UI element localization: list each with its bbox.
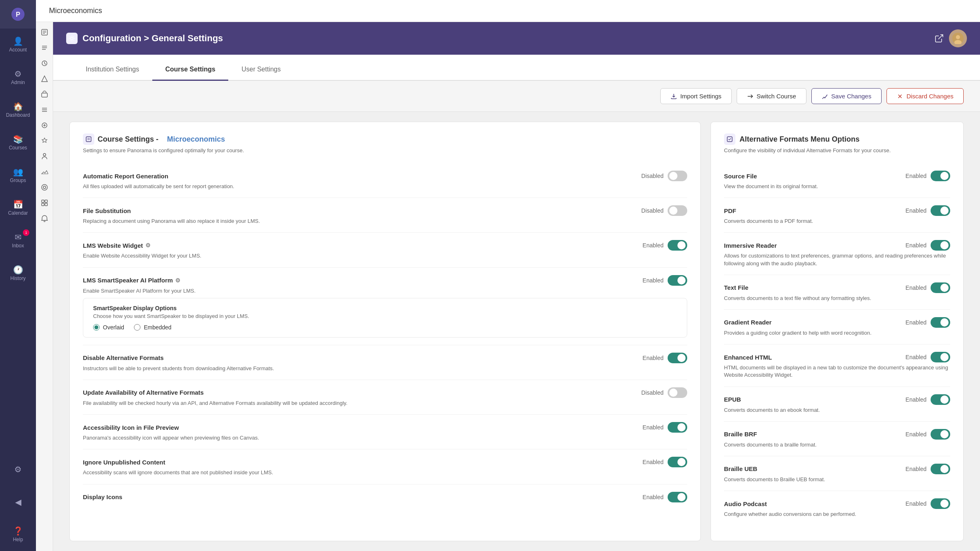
svg-rect-23 bbox=[42, 203, 44, 206]
inbox-badge: 1 bbox=[23, 229, 29, 236]
radio-label-overlaid[interactable]: Overlaid bbox=[93, 324, 124, 331]
sec-sidebar-item-5[interactable] bbox=[38, 87, 51, 101]
sidebar-item-account[interactable]: 👤 Account bbox=[0, 29, 36, 61]
sidebar-item-label: Help bbox=[13, 537, 23, 542]
format-toggle-4[interactable] bbox=[931, 317, 950, 328]
external-link-icon[interactable] bbox=[934, 33, 944, 43]
setting-row-header-disable-alt: Disable Alternative FormatsEnabled bbox=[83, 353, 687, 363]
format-row-2: Immersive ReaderEnabledAllows for custom… bbox=[724, 233, 950, 275]
toggle-acc-icon[interactable] bbox=[668, 422, 687, 433]
sidebar-item-courses[interactable]: 📚 Courses bbox=[0, 127, 36, 159]
svg-point-18 bbox=[43, 153, 46, 156]
format-toggle-8[interactable] bbox=[931, 464, 950, 474]
sidebar-item-settings[interactable]: ⚙ bbox=[0, 453, 36, 486]
sidebar-item-dashboard[interactable]: 🏠 Dashboard bbox=[0, 94, 36, 127]
sidebar-item-inbox[interactable]: ✉ 1 Inbox bbox=[0, 224, 36, 257]
sidebar-item-calendar[interactable]: 📅 Calendar bbox=[0, 192, 36, 224]
toggle-display-icons[interactable] bbox=[668, 492, 687, 502]
setting-row-header-acc-icon: Accessibility Icon in File PreviewEnable… bbox=[83, 422, 687, 433]
sec-sidebar-item-10[interactable] bbox=[38, 165, 51, 179]
sidebar-item-expand[interactable]: ◀ bbox=[0, 486, 36, 518]
config-header: Configuration > General Settings bbox=[53, 22, 980, 55]
sidebar-item-admin[interactable]: ⚙ Admin bbox=[0, 61, 36, 94]
toggle-update-avail[interactable] bbox=[668, 387, 687, 398]
main-content: Course Settings - Microeconomics Setting… bbox=[53, 112, 980, 551]
sidebar-item-groups[interactable]: 👥 Groups bbox=[0, 159, 36, 192]
setting-row-disable-alt: Disable Alternative FormatsEnabledInstru… bbox=[83, 345, 687, 380]
svg-rect-22 bbox=[45, 200, 47, 202]
svg-marker-12 bbox=[42, 76, 47, 82]
import-icon bbox=[670, 93, 677, 100]
format-status-5: Enabled bbox=[906, 352, 950, 362]
status-label-auto-report: Disabled bbox=[641, 173, 664, 179]
sec-sidebar-item-6[interactable] bbox=[38, 103, 51, 117]
help-icon: ❓ bbox=[13, 527, 23, 535]
radio-label-embedded[interactable]: Embedded bbox=[134, 324, 172, 331]
tab-institution[interactable]: Institution Settings bbox=[73, 59, 152, 81]
sec-sidebar-item-9[interactable] bbox=[38, 149, 51, 163]
sidebar-item-history[interactable]: 🕐 History bbox=[0, 257, 36, 290]
format-toggle-2[interactable] bbox=[931, 240, 950, 251]
toggle-lms-widget[interactable] bbox=[668, 240, 687, 251]
sec-sidebar-item-12[interactable] bbox=[38, 196, 51, 210]
discard-changes-button[interactable]: Discard Changes bbox=[886, 88, 964, 104]
setting-status-acc-icon: Enabled bbox=[643, 422, 687, 433]
tab-user[interactable]: User Settings bbox=[228, 59, 294, 81]
svg-rect-31 bbox=[86, 137, 91, 142]
panel-title: Course Settings - Microeconomics bbox=[83, 133, 687, 145]
sec-sidebar-item-bell[interactable] bbox=[38, 211, 51, 225]
setting-status-update-avail: Disabled bbox=[641, 387, 687, 398]
format-toggle-0[interactable] bbox=[931, 171, 950, 181]
toggle-smartspeaker[interactable] bbox=[668, 275, 687, 286]
sec-sidebar-item-11[interactable] bbox=[38, 180, 51, 194]
sec-sidebar-item-8[interactable] bbox=[38, 134, 51, 148]
right-panel-title: Alternative Formats Menu Options bbox=[724, 133, 950, 145]
toggle-disable-alt[interactable] bbox=[668, 353, 687, 363]
format-desc-3: Converts documents to a text file withou… bbox=[724, 295, 950, 302]
format-row-0: Source FileEnabledView the document in i… bbox=[724, 163, 950, 198]
switch-course-button[interactable]: Switch Course bbox=[737, 88, 806, 104]
course-link[interactable]: Microeconomics bbox=[167, 135, 225, 144]
tab-course[interactable]: Course Settings bbox=[152, 59, 229, 81]
format-toggle-9[interactable] bbox=[931, 498, 950, 509]
import-settings-button[interactable]: Import Settings bbox=[660, 88, 732, 104]
status-label-disable-alt: Enabled bbox=[643, 355, 664, 361]
format-toggle-7[interactable] bbox=[931, 429, 950, 440]
radio-input-overlaid[interactable] bbox=[93, 324, 100, 331]
gear-icon-lms-widget[interactable]: ⚙ bbox=[145, 242, 151, 249]
app-logo[interactable]: P bbox=[0, 0, 36, 29]
format-status-2: Enabled bbox=[906, 240, 950, 251]
sec-sidebar-item-2[interactable] bbox=[38, 41, 51, 55]
sec-sidebar-item-4[interactable] bbox=[38, 72, 51, 86]
avatar[interactable] bbox=[949, 29, 967, 47]
format-toggle-1[interactable] bbox=[931, 205, 950, 216]
config-header-right bbox=[934, 29, 967, 47]
setting-name-display-icons: Display Icons bbox=[83, 493, 122, 500]
sec-sidebar-item-7[interactable] bbox=[38, 118, 51, 132]
sidebar-bottom: ⚙ ◀ ❓ Help bbox=[0, 453, 36, 551]
toggle-unpublished[interactable] bbox=[668, 457, 687, 467]
page-title: Configuration > General Settings bbox=[82, 33, 223, 44]
sec-sidebar-item-3[interactable] bbox=[38, 56, 51, 70]
toggle-auto-report[interactable] bbox=[668, 171, 687, 181]
format-name-1: PDF bbox=[724, 207, 736, 214]
save-changes-button[interactable]: Save Changes bbox=[811, 88, 882, 104]
sidebar-item-label: Dashboard bbox=[6, 112, 30, 118]
radio-input-embedded[interactable] bbox=[134, 324, 140, 331]
svg-point-20 bbox=[42, 184, 47, 190]
setting-desc-disable-alt: Instructors will be able to prevent stud… bbox=[83, 365, 687, 372]
setting-status-file-sub: Disabled bbox=[641, 205, 687, 216]
format-status-7: Enabled bbox=[906, 429, 950, 440]
toggle-file-sub[interactable] bbox=[668, 205, 687, 216]
gear-icon-smartspeaker[interactable]: ⚙ bbox=[175, 277, 180, 284]
sec-sidebar-item-1[interactable] bbox=[38, 25, 51, 39]
format-status-label-2: Enabled bbox=[906, 242, 927, 249]
format-toggle-6[interactable] bbox=[931, 394, 950, 405]
format-row-3: Text FileEnabledConverts documents to a … bbox=[724, 275, 950, 310]
svg-rect-21 bbox=[42, 200, 44, 202]
sidebar-item-help[interactable]: ❓ Help bbox=[0, 518, 36, 551]
format-toggle-3[interactable] bbox=[931, 282, 950, 293]
format-toggle-5[interactable] bbox=[931, 352, 950, 362]
sidebar-item-label: Groups bbox=[10, 178, 26, 183]
format-name-6: EPUB bbox=[724, 396, 741, 403]
